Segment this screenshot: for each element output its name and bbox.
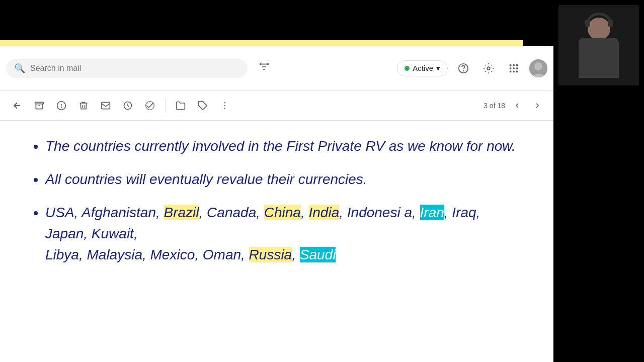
bullet-item-1: The countries currently involved in the … [45,136,523,157]
next-email-button[interactable] [529,98,545,114]
header: 🔍 Active ▾ [0,46,553,90]
snooze-button[interactable] [119,97,137,115]
email-bullet-list: The countries currently involved in the … [30,136,523,265]
svg-point-6 [463,70,464,71]
bullet-item-2: All countries will eventually revalue th… [45,169,523,190]
apps-button[interactable] [504,59,523,78]
toolbar: 3 of 18 [0,90,553,121]
active-dot [405,66,410,71]
search-icon: 🔍 [14,63,25,74]
svg-rect-16 [516,70,518,72]
settings-button[interactable] [479,59,498,78]
svg-rect-11 [510,67,512,69]
chevron-down-icon: ▾ [436,64,440,73]
active-label: Active [413,64,433,72]
highlight-india: India [309,205,340,220]
done-button[interactable] [141,97,159,115]
svg-rect-10 [516,64,518,66]
highlight-iran: Iran [420,205,444,220]
svg-point-18 [534,62,542,70]
search-input[interactable] [30,64,239,73]
svg-rect-14 [510,70,512,72]
move-to-button[interactable] [172,97,190,115]
more-options-button[interactable] [216,97,234,115]
highlight-russia: Russia [249,247,292,262]
help-button[interactable] [454,59,473,78]
back-button[interactable] [8,97,26,115]
svg-point-3 [260,63,262,65]
avatar[interactable] [529,59,547,77]
top-black-bar [0,0,553,40]
svg-point-28 [224,105,226,106]
bullet-item-3: USA, Afghanistan, Brazil, Canada, China,… [45,202,523,265]
highlight-saudi: Saudi [300,247,336,262]
svg-rect-23 [102,102,110,109]
email-content: The countries currently involved in the … [0,121,553,362]
active-status-badge[interactable]: Active ▾ [397,60,448,76]
svg-rect-12 [513,67,515,69]
header-right: Active ▾ [397,59,547,78]
prev-email-button[interactable] [509,98,525,114]
svg-point-4 [267,63,269,65]
spam-button[interactable] [52,97,70,115]
camera-feed [558,5,639,85]
svg-rect-8 [510,64,512,66]
filter-button[interactable] [255,57,274,79]
svg-point-27 [224,102,226,103]
delete-button[interactable] [74,97,93,115]
svg-rect-19 [35,102,44,104]
archive-button[interactable] [30,97,48,115]
svg-rect-9 [513,64,515,66]
email-body: The countries currently involved in the … [30,136,523,265]
highlight-china: China [264,205,301,220]
toolbar-divider [165,99,166,113]
label-button[interactable] [194,97,212,115]
svg-rect-15 [513,70,515,72]
svg-point-29 [224,108,226,109]
search-container: 🔍 [6,59,248,78]
mark-unread-button[interactable] [97,97,115,115]
svg-rect-13 [516,67,518,69]
camera-panel [553,0,644,362]
highlight-brazil: Brazil [164,205,199,220]
pagination-text: 3 of 18 [484,102,505,110]
svg-point-7 [487,67,490,70]
svg-point-22 [61,107,62,107]
yellow-notification-bar [0,40,523,46]
